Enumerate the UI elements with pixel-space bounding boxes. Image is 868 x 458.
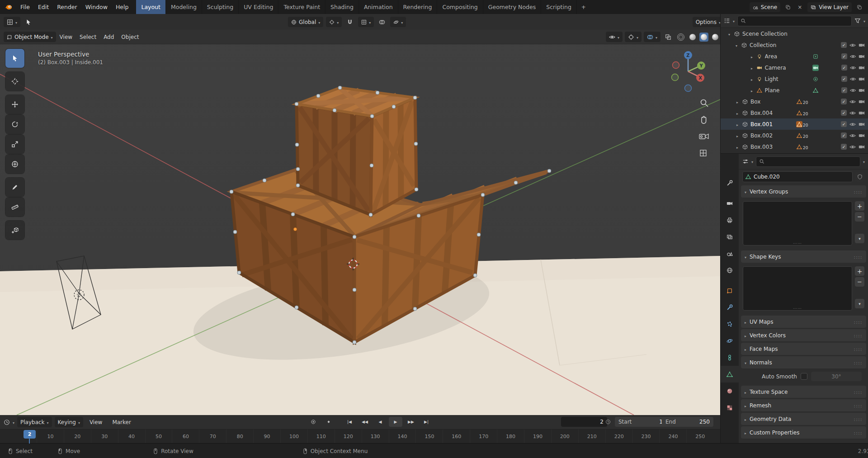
camera-visibility-icon[interactable] bbox=[859, 87, 865, 94]
tool-cursor[interactable] bbox=[5, 72, 24, 91]
options-dropdown[interactable]: Options bbox=[693, 17, 720, 27]
blender-logo-icon[interactable] bbox=[0, 0, 16, 14]
light-data-icon[interactable] bbox=[812, 76, 819, 82]
workspace-tab-uv-editing[interactable]: UV Editing bbox=[239, 0, 278, 14]
gizmo-minus-y-axis[interactable] bbox=[672, 74, 679, 81]
tool-select-box[interactable] bbox=[5, 49, 24, 68]
tab-view-layer[interactable] bbox=[721, 228, 739, 245]
timeline-ruler[interactable]: 1020304050607080901001101201301401501601… bbox=[0, 430, 720, 444]
filter-dropdown[interactable] bbox=[863, 18, 865, 24]
keying-set-button[interactable] bbox=[322, 417, 335, 427]
timeline-tick[interactable]: 80 bbox=[226, 430, 253, 444]
viewport-menu-select[interactable]: Select bbox=[76, 34, 100, 40]
show-gizmo-dropdown[interactable] bbox=[625, 32, 642, 42]
menu-edit[interactable]: Edit bbox=[34, 0, 53, 14]
play-reverse-button[interactable]: ◀ bbox=[373, 417, 387, 427]
outliner-row-box003[interactable]: Box.003 20 bbox=[721, 141, 868, 152]
shading-wireframe-button[interactable] bbox=[676, 32, 686, 42]
timeline-tick[interactable]: 170 bbox=[470, 430, 497, 444]
object-checkbox[interactable] bbox=[841, 87, 847, 93]
expand-arrow[interactable] bbox=[750, 53, 754, 60]
outliner-row-box004[interactable]: Box.004 20 bbox=[721, 107, 868, 118]
playhead[interactable]: 2 bbox=[24, 430, 36, 439]
panel-header-uv-maps[interactable]: UV Maps bbox=[741, 316, 866, 328]
camera-visibility-icon[interactable] bbox=[859, 42, 865, 48]
timeline-editor-icon[interactable] bbox=[4, 419, 10, 425]
workspace-tab-geometry-nodes[interactable]: Geometry Nodes bbox=[483, 0, 541, 14]
camera-visibility-icon[interactable] bbox=[859, 132, 865, 139]
prev-keyframe-button[interactable]: ◀◀ bbox=[358, 417, 372, 427]
menu-file[interactable]: File bbox=[16, 0, 34, 14]
object-checkbox[interactable] bbox=[841, 144, 847, 150]
viewport-canvas[interactable]: Z Y X bbox=[0, 30, 720, 415]
eye-icon[interactable] bbox=[849, 144, 856, 150]
pivot-point-dropdown[interactable] bbox=[326, 17, 342, 27]
tool-add-cube[interactable] bbox=[5, 221, 24, 240]
object-checkbox[interactable] bbox=[841, 65, 847, 71]
camera-data-icon[interactable] bbox=[812, 65, 819, 71]
auto-keying-toggle[interactable] bbox=[307, 417, 320, 427]
outliner-row-scene-collection[interactable]: Scene Collection bbox=[721, 28, 868, 39]
timeline-tick[interactable]: 30 bbox=[91, 430, 118, 444]
expand-arrow[interactable] bbox=[735, 99, 740, 105]
viewport-menu-view[interactable]: View bbox=[56, 34, 76, 40]
editor-type-dropdown[interactable] bbox=[13, 419, 14, 425]
timeline-tick[interactable]: 240 bbox=[659, 430, 686, 444]
camera-visibility-icon[interactable] bbox=[859, 110, 865, 116]
menu-window[interactable]: Window bbox=[81, 0, 112, 14]
panel-header-vertex-groups[interactable]: Vertex Groups bbox=[741, 185, 866, 198]
workspace-tab-scripting[interactable]: Scripting bbox=[541, 0, 577, 14]
panel-header-normals[interactable]: Normals bbox=[741, 356, 866, 368]
keying-menu[interactable]: Keying bbox=[55, 417, 83, 427]
editor-type-dropdown[interactable] bbox=[751, 158, 753, 165]
fake-user-button[interactable] bbox=[855, 172, 865, 182]
timeline-tick[interactable]: 140 bbox=[389, 430, 416, 444]
eye-icon[interactable] bbox=[850, 65, 856, 71]
outliner-row-box002[interactable]: Box.002 20 bbox=[721, 130, 868, 141]
play-button[interactable]: ▶ bbox=[389, 417, 402, 427]
tab-object[interactable] bbox=[721, 282, 739, 299]
xray-toggle[interactable] bbox=[663, 32, 674, 42]
frame-start-field[interactable]: Start1 bbox=[615, 417, 666, 427]
tab-output[interactable] bbox=[721, 212, 739, 228]
tool-measure[interactable] bbox=[5, 198, 24, 217]
panel-header-shape-keys[interactable]: Shape Keys bbox=[741, 250, 866, 263]
proportional-falloff-dropdown[interactable] bbox=[390, 17, 406, 27]
tool-annotate[interactable] bbox=[5, 178, 24, 197]
eye-icon[interactable] bbox=[850, 87, 856, 94]
object-checkbox[interactable] bbox=[841, 121, 847, 127]
eye-icon[interactable] bbox=[849, 132, 856, 139]
tab-object-data[interactable] bbox=[721, 366, 739, 382]
properties-editor-icon[interactable] bbox=[742, 158, 749, 165]
workspace-tab-layout[interactable]: Layout bbox=[136, 0, 166, 14]
tool-transform[interactable] bbox=[5, 155, 24, 174]
outliner-row-box001[interactable]: Box.001 20 bbox=[721, 118, 868, 130]
area-data-icon[interactable] bbox=[812, 53, 819, 60]
snap-settings-dropdown[interactable] bbox=[358, 17, 374, 27]
new-scene-button[interactable] bbox=[784, 3, 792, 11]
eye-icon[interactable] bbox=[849, 99, 856, 105]
filter-icon[interactable] bbox=[854, 18, 861, 24]
eye-icon[interactable] bbox=[849, 110, 856, 116]
workspace-tab-rendering[interactable]: Rendering bbox=[398, 0, 438, 14]
shading-solid-button[interactable] bbox=[688, 33, 697, 42]
current-frame-field[interactable]: 2 bbox=[561, 417, 607, 427]
timeline-tick[interactable]: 100 bbox=[280, 430, 307, 444]
camera-visibility-icon[interactable] bbox=[859, 144, 865, 150]
timeline-tick[interactable]: 210 bbox=[578, 430, 605, 444]
new-view-layer-button[interactable] bbox=[855, 3, 863, 11]
jump-to-end-button[interactable]: ▶| bbox=[420, 417, 433, 427]
outliner-search-input[interactable] bbox=[737, 16, 852, 26]
object-checkbox[interactable] bbox=[841, 132, 847, 138]
vertex-groups-list[interactable] bbox=[743, 201, 852, 246]
expand-arrow[interactable] bbox=[734, 42, 739, 48]
eye-icon[interactable] bbox=[849, 121, 856, 127]
workspace-tab-compositing[interactable]: Compositing bbox=[437, 0, 483, 14]
timeline-tick[interactable]: 10 bbox=[37, 430, 64, 444]
panel-header-texture-space[interactable]: Texture Space bbox=[741, 386, 866, 398]
next-keyframe-button[interactable]: ▶▶ bbox=[404, 417, 418, 427]
outliner-row-area[interactable]: Area bbox=[721, 51, 868, 62]
transform-orientation-dropdown[interactable]: Global bbox=[288, 17, 323, 27]
playback-menu[interactable]: Playback bbox=[17, 417, 52, 427]
tool-move[interactable] bbox=[5, 95, 24, 114]
